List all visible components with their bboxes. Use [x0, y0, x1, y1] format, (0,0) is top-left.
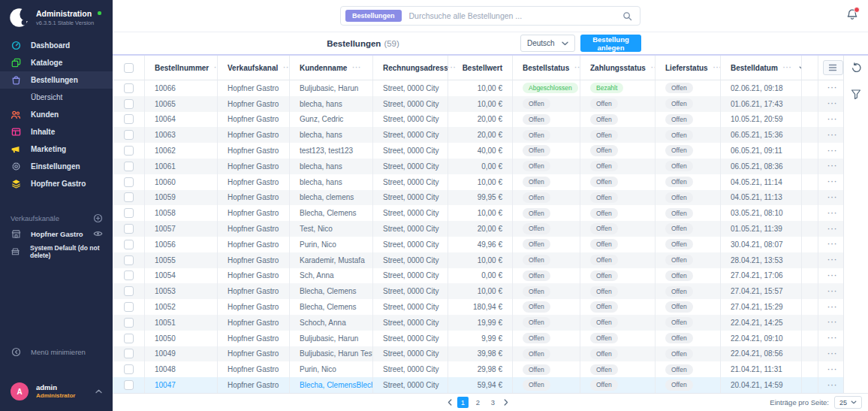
- table-row[interactable]: 10056Hopfner GastroPurin, NicoStreet, 00…: [113, 237, 843, 252]
- row-context-menu-icon[interactable]: ···: [827, 194, 838, 201]
- sidebar-item-bersicht[interactable]: Übersicht: [0, 89, 113, 106]
- row-context-menu-icon[interactable]: ···: [827, 288, 838, 295]
- row-context-menu-icon[interactable]: ···: [827, 116, 838, 123]
- column-menu-icon[interactable]: ···: [283, 64, 290, 71]
- table-row[interactable]: 10055Hopfner GastroKarademir, MustafaStr…: [113, 252, 843, 268]
- page-prev-icon[interactable]: [448, 399, 452, 406]
- table-row[interactable]: 10054Hopfner GastroSch, AnnaStreet, 0000…: [113, 268, 843, 284]
- per-page-select[interactable]: 25: [834, 396, 862, 409]
- sales-channel-cell: Hopfner Gastro: [218, 315, 290, 331]
- table-row[interactable]: 10060Hopfner Gastroblecha, hansStreet, 0…: [113, 174, 843, 190]
- table-row[interactable]: 10050Hopfner GastroBuljubasic, HarunStre…: [113, 331, 843, 346]
- user-menu[interactable]: A admin Administrator: [0, 378, 113, 405]
- row-checkbox[interactable]: [124, 146, 134, 156]
- table-row[interactable]: 10053Hopfner GastroBlecha, ClemensStreet…: [113, 283, 843, 299]
- row-checkbox[interactable]: [124, 240, 134, 249]
- row-context-menu-icon[interactable]: ···: [827, 382, 838, 389]
- column-menu-icon[interactable]: ···: [448, 64, 457, 71]
- row-checkbox[interactable]: [124, 224, 134, 234]
- collapse-menu-button[interactable]: Menü minimieren: [0, 343, 113, 360]
- row-checkbox[interactable]: [124, 177, 134, 187]
- column-menu-icon[interactable]: ···: [574, 64, 580, 71]
- table-row[interactable]: 10047Hopfner GastroBlecha, ClemensBlecha…: [113, 377, 843, 393]
- sales-channel-hopfner-gastro[interactable]: Hopfner Gastro: [0, 225, 113, 243]
- row-context-menu-icon[interactable]: ···: [827, 334, 838, 342]
- sidebar-item-kataloge[interactable]: Kataloge: [0, 54, 113, 71]
- row-context-menu-icon[interactable]: ···: [827, 147, 838, 155]
- table-row[interactable]: 10065Hopfner Gastroblecha, hansStreet, 0…: [113, 96, 843, 112]
- create-order-button[interactable]: Bestellung anlegen: [580, 35, 641, 52]
- row-checkbox[interactable]: [124, 99, 134, 109]
- table-row[interactable]: 10058Hopfner GastroBlecha, ClemensStreet…: [113, 205, 843, 221]
- global-search[interactable]: Bestellungen: [340, 6, 640, 26]
- row-checkbox[interactable]: [124, 380, 134, 390]
- row-checkbox[interactable]: [124, 255, 134, 265]
- row-context-menu-icon[interactable]: ···: [827, 366, 838, 373]
- row-context-menu-icon[interactable]: ···: [827, 178, 838, 186]
- page-button-2[interactable]: 2: [472, 397, 484, 408]
- sales-channel-system-default-do-not-delete[interactable]: System Default (do not delete): [0, 243, 113, 260]
- select-all-checkbox[interactable]: [124, 63, 134, 73]
- eye-icon[interactable]: [93, 230, 103, 239]
- row-context-menu-icon[interactable]: ···: [827, 319, 838, 326]
- table-row[interactable]: 10048Hopfner GastroPurin, NicoStreet, 00…: [113, 361, 843, 377]
- column-menu-icon[interactable]: ···: [783, 64, 792, 71]
- row-context-menu-icon[interactable]: ···: [827, 350, 838, 358]
- row-checkbox[interactable]: [124, 334, 134, 343]
- column-menu-icon[interactable]: ···: [352, 64, 361, 71]
- row-context-menu-icon[interactable]: ···: [827, 256, 838, 264]
- search-input[interactable]: [408, 11, 622, 21]
- table-row[interactable]: 10061Hopfner Gastroblecha, hansStreet, 0…: [113, 159, 843, 174]
- table-row[interactable]: 10064Hopfner GastroGunz, CedricStreet, 0…: [113, 112, 843, 128]
- notifications-button[interactable]: [846, 8, 858, 24]
- table-row[interactable]: 10059Hopfner Gastroblecha, clemensStreet…: [113, 190, 843, 206]
- row-checkbox[interactable]: [124, 302, 134, 312]
- row-checkbox[interactable]: [124, 286, 134, 296]
- row-checkbox[interactable]: [124, 192, 134, 202]
- sidebar-item-kunden[interactable]: Kunden: [0, 106, 113, 123]
- page-next-icon[interactable]: [504, 399, 508, 406]
- row-checkbox[interactable]: [124, 162, 134, 171]
- sidebar-item-inhalte[interactable]: Inhalte: [0, 123, 113, 141]
- filter-icon[interactable]: [851, 89, 861, 99]
- table-row[interactable]: 10066Hopfner GastroBuljubasic, HarunStre…: [113, 80, 843, 96]
- add-sales-channel-icon[interactable]: [93, 213, 103, 223]
- row-context-menu-icon[interactable]: ···: [827, 304, 838, 311]
- row-checkbox[interactable]: [124, 349, 134, 358]
- table-row[interactable]: 10052Hopfner GastroBlecha, ClemensStreet…: [113, 299, 843, 315]
- table-row[interactable]: 10063Hopfner Gastroblecha, hansStreet, 0…: [113, 127, 843, 143]
- row-context-menu-icon[interactable]: ···: [827, 84, 838, 92]
- sidebar-item-bestellungen[interactable]: Bestellungen: [0, 71, 113, 89]
- row-context-menu-icon[interactable]: ···: [827, 100, 838, 107]
- table-row[interactable]: 10051Hopfner GastroSchoch, AnnaStreet, 0…: [113, 315, 843, 331]
- status-badge: Offen: [665, 98, 693, 109]
- table-row[interactable]: 10049Hopfner GastroBuljubasic, Harun Tes…: [113, 346, 843, 362]
- row-context-menu-icon[interactable]: ···: [827, 225, 838, 233]
- table-row[interactable]: 10062Hopfner Gastrotest123, test123Stree…: [113, 143, 843, 159]
- row-context-menu-icon[interactable]: ···: [827, 131, 838, 139]
- page-button-3[interactable]: 3: [487, 397, 499, 408]
- page-button-1[interactable]: 1: [457, 397, 469, 408]
- sidebar-item-hopfner-gastro[interactable]: Hopfner Gastro: [0, 175, 113, 192]
- sidebar-item-marketing[interactable]: Marketing: [0, 141, 113, 158]
- row-context-menu-icon[interactable]: ···: [827, 240, 838, 248]
- grid-settings-button[interactable]: [823, 60, 843, 75]
- sidebar-item-dashboard[interactable]: Dashboard: [0, 37, 113, 54]
- row-checkbox[interactable]: [124, 83, 134, 93]
- search-scope-tag[interactable]: Bestellungen: [345, 10, 402, 22]
- refresh-icon[interactable]: [851, 62, 862, 74]
- row-checkbox[interactable]: [124, 130, 134, 140]
- row-checkbox[interactable]: [124, 318, 134, 328]
- row-checkbox[interactable]: [124, 114, 134, 124]
- sidebar-item-einstellungen[interactable]: Einstellungen: [0, 158, 113, 175]
- row-checkbox[interactable]: [124, 364, 134, 374]
- language-select[interactable]: Deutsch: [520, 35, 575, 52]
- cell-text: Purin, Nico: [300, 240, 336, 249]
- column-menu-icon[interactable]: ···: [713, 64, 721, 71]
- row-checkbox[interactable]: [124, 208, 134, 218]
- row-context-menu-icon[interactable]: ···: [827, 272, 838, 280]
- row-context-menu-icon[interactable]: ···: [827, 162, 838, 170]
- row-context-menu-icon[interactable]: ···: [827, 210, 838, 217]
- row-checkbox[interactable]: [124, 270, 134, 280]
- table-row[interactable]: 10057Hopfner GastroTest, NicoStreet, 000…: [113, 221, 843, 237]
